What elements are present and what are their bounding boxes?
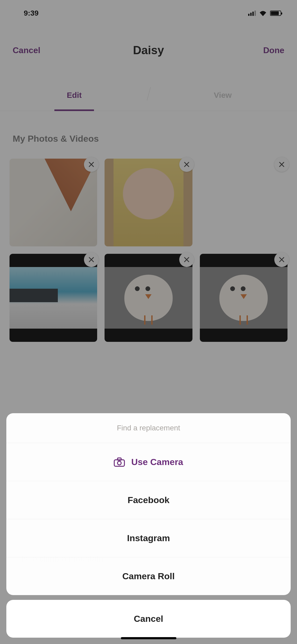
camera-roll-label: Camera Roll xyxy=(122,571,175,581)
use-camera-button[interactable]: Use Camera xyxy=(6,443,291,481)
instagram-button[interactable]: Instagram xyxy=(6,519,291,557)
camera-roll-button[interactable]: Camera Roll xyxy=(6,557,291,595)
home-indicator[interactable] xyxy=(121,637,176,639)
sheet-cancel-button[interactable]: Cancel xyxy=(6,600,291,638)
camera-icon xyxy=(114,457,125,467)
facebook-label: Facebook xyxy=(128,495,169,505)
action-sheet: Find a replacement Use Camera Facebook I… xyxy=(6,413,291,638)
use-camera-label: Use Camera xyxy=(131,457,183,467)
facebook-button[interactable]: Facebook xyxy=(6,481,291,519)
action-sheet-group: Find a replacement Use Camera Facebook I… xyxy=(6,413,291,595)
sheet-cancel-label: Cancel xyxy=(134,614,163,624)
svg-point-2 xyxy=(117,461,121,465)
svg-rect-1 xyxy=(117,458,121,460)
action-sheet-title: Find a replacement xyxy=(6,413,291,443)
instagram-label: Instagram xyxy=(127,533,170,543)
screen-root: 9:39 Cancel Daisy Done Edit View My Phot… xyxy=(0,0,297,644)
